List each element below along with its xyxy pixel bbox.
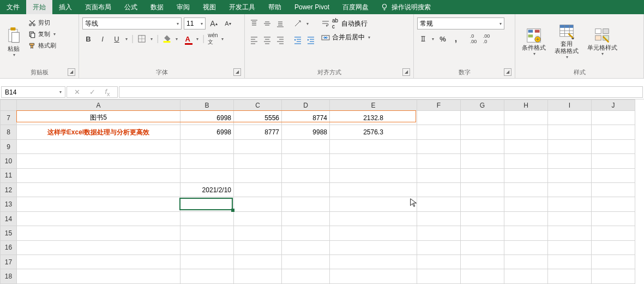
row-header[interactable]: 15 [1,226,17,240]
cell[interactable] [461,154,504,168]
cell[interactable] [330,240,417,255]
column-header[interactable]: I [548,100,592,111]
chevron-down-icon[interactable]: ▾ [220,37,225,42]
merge-center-button[interactable]: 合并后居中 ▾ [321,33,370,42]
cell[interactable] [17,154,180,168]
cell[interactable] [282,139,330,153]
tab-file[interactable]: 文件 [0,0,26,14]
row-header[interactable]: 18 [1,269,17,284]
column-header[interactable]: D [282,100,330,111]
chevron-down-icon[interactable]: ▾ [305,21,310,26]
cell[interactable]: 8774 [282,111,330,125]
cell[interactable] [282,240,330,255]
cut-button[interactable]: 剪切 [26,17,58,28]
cell[interactable]: 8777 [234,125,282,139]
font-color-button[interactable]: A [182,33,194,45]
tab-insert[interactable]: 插入 [52,0,79,14]
cell[interactable] [417,240,461,255]
cell[interactable] [234,226,282,240]
column-header[interactable]: H [504,100,548,111]
cell[interactable] [592,197,635,211]
increase-font-button[interactable]: A▴ [208,17,220,29]
percent-button[interactable]: % [437,33,449,45]
cell[interactable]: 2576.3 [330,125,417,139]
cell[interactable] [17,269,180,284]
align-right-button[interactable] [274,34,286,46]
cell[interactable] [282,168,330,182]
row-header[interactable]: 16 [1,240,17,255]
cell[interactable] [282,226,330,240]
cell[interactable] [417,154,461,168]
cell[interactable] [592,255,635,269]
cell[interactable] [504,111,548,125]
cell[interactable] [417,139,461,153]
align-left-button[interactable] [248,34,260,46]
cell[interactable] [548,139,592,153]
cell[interactable] [504,139,548,153]
cell[interactable] [548,255,592,269]
tell-me-search[interactable]: 操作说明搜索 [375,0,436,14]
cell[interactable] [461,240,504,255]
font-dialog-launcher[interactable]: ◢ [233,68,241,76]
cell[interactable] [504,211,548,226]
cell[interactable] [461,269,504,284]
column-header[interactable]: F [417,100,461,111]
cell[interactable] [592,111,635,125]
cell[interactable] [548,240,592,255]
cell[interactable] [234,168,282,182]
tab-formulas[interactable]: 公式 [118,0,144,14]
align-center-button[interactable] [261,34,273,46]
fill-color-button[interactable] [161,33,173,45]
cell[interactable]: 2021/2/10 [180,183,234,197]
cell[interactable] [548,183,592,197]
cell[interactable] [282,211,330,226]
cell[interactable] [592,168,635,182]
cell[interactable] [461,197,504,211]
cell[interactable] [180,139,234,153]
cell[interactable] [461,168,504,182]
cell[interactable] [282,183,330,197]
cell[interactable] [180,226,234,240]
cell[interactable] [330,168,417,182]
cell[interactable] [417,197,461,211]
tab-baidu-disk[interactable]: 百度网盘 [336,0,375,14]
column-header[interactable]: J [592,100,635,111]
cell[interactable] [234,197,282,211]
cell[interactable] [330,255,417,269]
tab-powerpivot[interactable]: Power Pivot [288,0,336,14]
row-header[interactable]: 9 [1,139,17,153]
borders-button[interactable] [136,33,148,45]
cell[interactable] [548,226,592,240]
cell[interactable] [234,183,282,197]
phonetic-button[interactable]: wén文 [207,33,219,45]
cell[interactable] [548,154,592,168]
cell[interactable]: 2132.8 [330,111,417,125]
cell[interactable] [592,154,635,168]
row-header[interactable]: 8 [1,125,17,139]
cell[interactable] [282,269,330,284]
cell[interactable] [461,255,504,269]
cell[interactable] [234,154,282,168]
cell[interactable] [461,183,504,197]
italic-button[interactable]: I [97,33,109,45]
cell-styles-button[interactable]: 单元格样式 ▾ [583,16,621,67]
cell[interactable] [180,255,234,269]
cell[interactable] [592,226,635,240]
cell[interactable] [504,255,548,269]
tab-review[interactable]: 审阅 [170,0,196,14]
cell[interactable] [234,211,282,226]
worksheet-grid[interactable]: ABCDEFGHIJ 7图书56998555687742132.88这样学Exc… [0,99,644,284]
cell[interactable] [180,211,234,226]
cell[interactable] [417,255,461,269]
cell[interactable] [17,139,180,153]
cell[interactable] [548,269,592,284]
row-header[interactable]: 11 [1,168,17,182]
cell[interactable] [282,197,330,211]
number-format-combo[interactable]: 常规 ▾ [417,17,504,29]
cell[interactable]: 6998 [180,125,234,139]
cell[interactable] [592,125,635,139]
cell[interactable] [461,139,504,153]
cell[interactable] [592,240,635,255]
align-bottom-button[interactable] [274,17,286,29]
cell[interactable]: 图书5 [17,111,180,125]
